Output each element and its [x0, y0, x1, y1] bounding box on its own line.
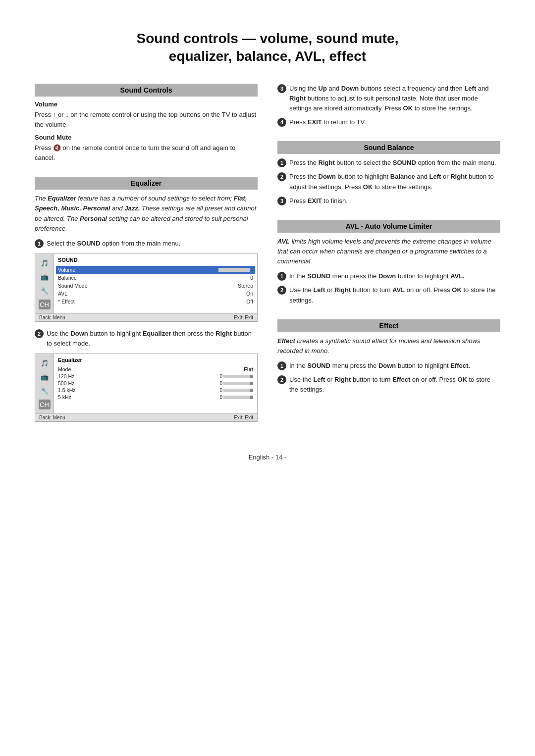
tv-mockup-2-inner: 🎵 📺 🔧 CH Equalizer Mode Flat 120 Hz: [35, 354, 257, 413]
eq-continuation: 3 Using the Up and Down buttons select a…: [277, 84, 500, 132]
content-columns: Sound Controls Volume Press ↑ or ↓ on th…: [35, 84, 500, 439]
avl-step2-text: Use the Left or Right button to turn AVL…: [289, 285, 500, 305]
eq-step4: 4 Press EXIT to return to TV.: [277, 117, 500, 127]
tv-menu-title-2: Equalizer: [58, 357, 253, 364]
eq-step3: 3 Using the Up and Down buttons select a…: [277, 84, 500, 113]
eq-step3-text: Using the Up and Down buttons select a f…: [289, 84, 500, 113]
effect-intro: Effect creates a synthetic sound effect …: [277, 336, 500, 356]
eq-step2-text: Use the Down button to highlight Equaliz…: [47, 329, 258, 349]
page-title: Sound controls — volume, sound mute, equ…: [35, 30, 500, 66]
tv-icon-wrench: 🔧: [39, 286, 51, 296]
sound-balance-header: Sound Balance: [277, 141, 500, 154]
tv-menu-title-1: SOUND: [58, 257, 253, 264]
sound-mute-heading: Sound Mute: [35, 134, 258, 141]
eq-bar-bg-15khz: [223, 389, 253, 392]
vol-bar-bg: [218, 268, 253, 272]
title-line2: equalizer, balance, AVL, effect: [169, 49, 366, 64]
tv-footer-1: Back: Menu Exit: Exit: [35, 313, 257, 321]
sb-step2: 2 Press the Down button to highlight Bal…: [277, 172, 500, 192]
vol-bar-fill: [250, 268, 253, 272]
tv-footer-2: Back: Menu Exit: Exit: [35, 413, 257, 421]
eq-bar-fill-500hz: [250, 382, 253, 385]
tv-row-avl: AVLOn: [58, 290, 253, 298]
tv-icon-music: 🎵: [39, 258, 51, 268]
avl-header: AVL - Auto Volume Limiter: [277, 220, 500, 233]
eq-row-500hz: 500 Hz 0: [58, 380, 253, 387]
footer: English - 14 -: [35, 454, 500, 461]
effect-section: Effect Effect creates a synthetic sound …: [277, 319, 500, 399]
eq-row-120hz: 120 Hz 0: [58, 373, 253, 380]
tv-sidebar-2: 🎵 📺 🔧 CH: [35, 354, 54, 413]
volume-text: Press ↑ or ↓ on the remote control or us…: [35, 110, 258, 130]
equalizer-section: Equalizer The Equalizer feature has a nu…: [35, 177, 258, 429]
eq-bar-500hz: 0: [74, 381, 253, 386]
avl-step-num-1: 1: [277, 272, 286, 281]
eq-bar-15khz: 0: [76, 388, 253, 393]
effect-step-num-2: 2: [277, 375, 286, 384]
sb-step1-text: Press the Right button to select the SOU…: [289, 158, 500, 168]
sb-step2-text: Press the Down button to highlight Balan…: [289, 172, 500, 192]
sound-controls-header: Sound Controls: [35, 84, 258, 97]
tv-icon2-tv: 📺: [39, 372, 51, 382]
effect-step2: 2 Use the Left or Right button to turn E…: [277, 375, 500, 395]
effect-header: Effect: [277, 319, 500, 332]
eq-bar-5khz: 0: [71, 395, 253, 400]
tv-sidebar-1: 🎵 📺 🔧 CH: [35, 254, 54, 313]
tv-row-balance: Balance0: [58, 274, 253, 282]
sb-step-num-2: 2: [277, 172, 286, 181]
effect-step1: 1 In the SOUND menu press the Down butto…: [277, 361, 500, 371]
tv-icon-ch: CH: [39, 300, 51, 309]
eq-bar-bg-500hz: [223, 382, 253, 385]
right-column: 3 Using the Up and Down buttons select a…: [277, 84, 500, 439]
eq-bar-bg-120hz: [223, 375, 253, 378]
tv-content-1: SOUND Volume Balance0: [54, 254, 257, 313]
step-num-1: 1: [35, 239, 44, 248]
avl-step1-text: In the SOUND menu press the Down button …: [289, 271, 500, 281]
eq-row-mode: Mode Flat: [58, 366, 253, 373]
sb-step-num-1: 1: [277, 158, 286, 167]
tv-icon2-ch: CH: [39, 400, 51, 409]
step-num-4: 4: [277, 118, 286, 127]
tv-row-soundmode: Sound ModeStereo: [58, 282, 253, 290]
tv-footer-exit-2: Exit: Exit: [234, 415, 253, 420]
tv-footer-back-2: Back: Menu: [39, 415, 65, 420]
tv-icon-tv: 📺: [39, 272, 51, 282]
tv-content-2: Equalizer Mode Flat 120 Hz 0: [54, 354, 257, 413]
tv-icon2-music: 🎵: [39, 358, 51, 368]
eq-step4-text: Press EXIT to return to TV.: [289, 117, 500, 127]
avl-step1: 1 In the SOUND menu press the Down butto…: [277, 271, 500, 281]
left-column: Sound Controls Volume Press ↑ or ↓ on th…: [35, 84, 258, 439]
tv-footer-exit-1: Exit: Exit: [234, 315, 253, 320]
tv-mockup-2: 🎵 📺 🔧 CH Equalizer Mode Flat 120 Hz: [35, 353, 258, 422]
avl-section: AVL - Auto Volume Limiter AVL limits hig…: [277, 220, 500, 309]
equalizer-header: Equalizer: [35, 177, 258, 190]
avl-step2: 2 Use the Left or Right button to turn A…: [277, 285, 500, 305]
tv-icon2-wrench: 🔧: [39, 386, 51, 396]
eq-bar-fill-15khz: [250, 389, 253, 392]
eq-bar-fill-120hz: [250, 375, 253, 378]
effect-step-num-1: 1: [277, 361, 286, 370]
sound-controls-section: Sound Controls Volume Press ↑ or ↓ on th…: [35, 84, 258, 167]
eq-row-5khz: 5 kHz 0: [58, 394, 253, 401]
eq-step2: 2 Use the Down button to highlight Equal…: [35, 329, 258, 349]
eq-bar-120hz: 0: [74, 374, 253, 379]
effect-step1-text: In the SOUND menu press the Down button …: [289, 361, 500, 371]
sb-step-num-3: 3: [277, 197, 286, 205]
sound-mute-text: Press 🔇 on the remote control once to tu…: [35, 143, 258, 163]
sb-step3-text: Press EXIT to finish.: [289, 196, 500, 206]
step-num-3: 3: [277, 84, 286, 93]
step-num-2: 2: [35, 329, 44, 338]
tv-footer-back-1: Back: Menu: [39, 315, 65, 320]
vol-bar: [75, 268, 253, 272]
sb-step3: 3 Press EXIT to finish.: [277, 196, 500, 206]
avl-step-num-2: 2: [277, 286, 286, 295]
volume-heading: Volume: [35, 101, 258, 108]
tv-row-volume: Volume: [56, 266, 255, 274]
equalizer-intro: The Equalizer feature has a number of so…: [35, 194, 258, 234]
tv-mockup-1: 🎵 📺 🔧 CH SOUND Volume: [35, 253, 258, 322]
eq-bar-fill-5khz: [250, 396, 253, 399]
avl-intro: AVL limits high volume levels and preven…: [277, 237, 500, 266]
tv-mockup-1-inner: 🎵 📺 🔧 CH SOUND Volume: [35, 254, 257, 313]
eq-bar-bg-5khz: [223, 396, 253, 399]
title-line1: Sound controls — volume, sound mute,: [137, 31, 399, 46]
